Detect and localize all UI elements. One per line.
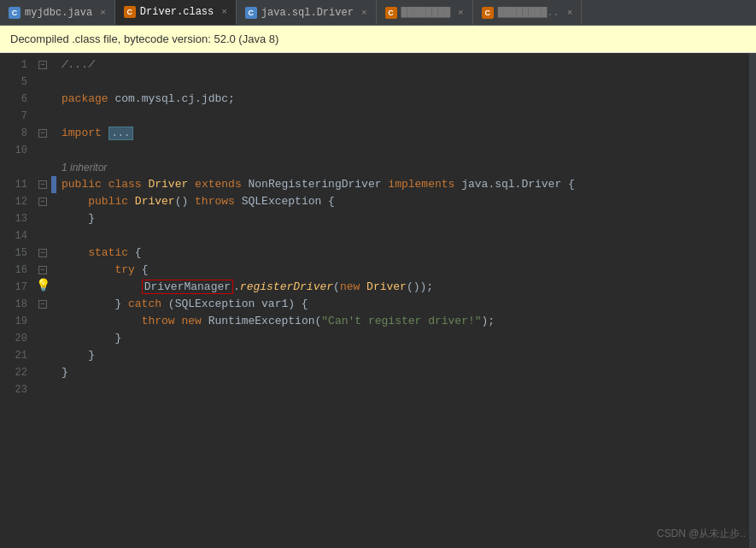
gutter-18[interactable]: − (34, 300, 51, 309)
line-content-10 (58, 142, 756, 159)
line-content-18: } catch (SQLException var1) { (58, 296, 756, 313)
line-content-14 (58, 227, 756, 245)
code-line-8: 8 − import ... (0, 125, 756, 142)
code-line-inheritor: 11 1 inheritor (0, 159, 756, 176)
gutter-1[interactable]: − (34, 61, 51, 69)
code-line-1: 1 − /.../ (0, 56, 756, 74)
indicator-20 (51, 330, 56, 347)
tab-extra1[interactable]: C ████████ × (377, 0, 473, 25)
indicator-8 (51, 125, 56, 142)
gutter-12[interactable]: − (34, 197, 51, 206)
line-num-7: 7 (0, 108, 34, 125)
line-content-23 (58, 381, 756, 398)
code-line-7: 7 (0, 108, 756, 125)
extra1-icon: C (385, 7, 397, 19)
code-line-10: 10 (0, 142, 756, 159)
info-bar: Decompiled .class file, bytecode version… (0, 26, 756, 53)
java-icon: C (9, 7, 21, 19)
info-bar-text: Decompiled .class file, bytecode version… (10, 32, 278, 45)
line-content-15: static { (58, 245, 756, 262)
fold-icon-18[interactable]: − (38, 300, 47, 309)
tab-java-sql-driver-label: java.sql.Driver (261, 7, 354, 19)
tab-extra1-label: ████████ (401, 7, 451, 19)
bulb-icon[interactable]: 💡 (36, 277, 50, 294)
line-num-inheritor: 11 (0, 159, 34, 176)
tab-java-sql-driver-close[interactable]: × (361, 8, 367, 18)
line-num-21: 21 (0, 347, 34, 364)
line-num-18: 18 (0, 296, 34, 313)
line-content-11: public class Driver extends NonRegisteri… (58, 176, 756, 193)
code-line-13: 13 } (0, 210, 756, 227)
indicator-19 (51, 313, 56, 330)
indicator-6 (51, 91, 56, 108)
indicator-12 (51, 193, 56, 210)
tab-extra2[interactable]: C ████████.. × (473, 0, 583, 25)
code-line-20: 20 } (0, 330, 756, 347)
line-num-10: 10 (0, 142, 34, 159)
code-line-22: 22 } (0, 364, 756, 381)
gutter-11[interactable]: − (34, 180, 51, 189)
code-line-18: 18 − } catch (SQLException var1) { (0, 296, 756, 313)
code-line-21: 21 } (0, 347, 756, 364)
code-line-17: 17 💡 DriverManager.registerDriver(new Dr… (0, 279, 756, 296)
gutter-8[interactable]: − (34, 129, 51, 138)
fold-icon-8[interactable]: − (38, 129, 47, 138)
code-line-11: 11 − public class Driver extends NonRegi… (0, 176, 756, 193)
line-num-14: 14 (0, 227, 34, 245)
tab-myjdbc-label: myjdbc.java (25, 7, 92, 19)
gutter-16[interactable]: − (34, 266, 51, 274)
fold-icon-16[interactable]: − (38, 266, 47, 274)
indicator-inheritor (51, 159, 56, 176)
line-content-7 (58, 108, 756, 125)
fold-icon-15[interactable]: − (38, 249, 47, 257)
indicator-18 (51, 296, 56, 313)
fold-icon-12[interactable]: − (38, 197, 47, 206)
line-content-8: import ... (58, 125, 756, 142)
line-num-1: 1 (0, 56, 34, 74)
tab-java-sql-driver[interactable]: C java.sql.Driver × (237, 0, 377, 25)
code-line-19: 19 throw new RuntimeException("Can't reg… (0, 313, 756, 330)
line-content-17: DriverManager.registerDriver(new Driver(… (58, 279, 756, 296)
tab-extra2-close[interactable]: × (567, 8, 573, 18)
line-content-inheritor: 1 inheritor (58, 159, 756, 176)
indicator-21 (51, 347, 56, 364)
indicator-22 (51, 364, 56, 381)
line-content-13: } (58, 210, 756, 227)
line-content-1: /.../ (58, 56, 756, 74)
line-num-13: 13 (0, 210, 34, 227)
line-num-8: 8 (0, 125, 34, 142)
indicator-16 (51, 262, 56, 279)
indicator-13 (51, 210, 56, 227)
line-num-11: 11 (0, 176, 34, 193)
fold-icon-11[interactable]: − (38, 180, 47, 189)
line-num-12: 12 (0, 193, 34, 210)
class-icon: C (124, 6, 136, 18)
tab-extra1-close[interactable]: × (458, 8, 464, 18)
tab-myjdbc-close[interactable]: × (100, 8, 106, 18)
line-content-19: throw new RuntimeException("Can't regist… (58, 313, 756, 330)
line-num-22: 22 (0, 364, 34, 381)
line-num-17: 17 (0, 279, 34, 296)
tab-driver-class-close[interactable]: × (221, 7, 227, 17)
scrollbar-track[interactable] (749, 53, 756, 548)
fold-icon-1[interactable]: − (38, 61, 47, 69)
code-line-5: 5 (0, 74, 756, 91)
indicator-1 (51, 56, 56, 74)
line-content-12: public Driver() throws SQLException { (58, 193, 756, 210)
line-content-5 (58, 74, 756, 91)
indicator-11 (51, 176, 56, 193)
line-content-22: } (58, 364, 756, 381)
code-line-12: 12 − public Driver() throws SQLException… (0, 193, 756, 210)
tab-myjdbc[interactable]: C myjdbc.java × (0, 0, 115, 25)
code-line-15: 15 − static { (0, 245, 756, 262)
tab-driver-class-label: Driver.class (140, 6, 214, 18)
code-line-23: 23 (0, 381, 756, 398)
interface-icon: C (245, 7, 257, 19)
gutter-15[interactable]: − (34, 249, 51, 257)
line-content-20: } (58, 330, 756, 347)
tab-driver-class[interactable]: C Driver.class × (115, 0, 237, 25)
line-content-16: try { (58, 262, 756, 279)
editor: 1 − /.../ 5 6 package com.mysql.cj.jdbc;… (0, 53, 756, 548)
line-content-21: } (58, 347, 756, 364)
tab-extra2-label: ████████.. (498, 7, 560, 19)
